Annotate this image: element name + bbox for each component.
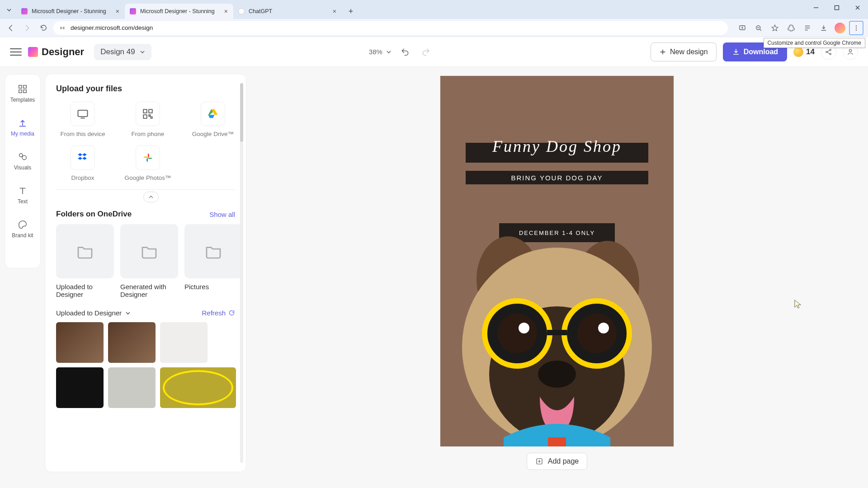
rail-label: Brand kit	[12, 232, 33, 239]
media-thumbnail[interactable]	[108, 367, 156, 408]
add-page-button[interactable]: Add page	[527, 453, 588, 470]
designer-logo[interactable]: Designer	[28, 46, 84, 58]
new-design-button[interactable]: New design	[651, 42, 717, 61]
svg-rect-18	[78, 110, 88, 117]
url-text: designer.microsoft.com/design	[71, 24, 153, 31]
close-icon[interactable]: ×	[115, 8, 120, 15]
show-all-link[interactable]: Show all	[209, 211, 235, 218]
browser-tab[interactable]: Microsoft Designer - Stunning ×	[125, 4, 233, 19]
tabs-dropdown-icon[interactable]	[5, 5, 14, 14]
address-bar[interactable]: designer.microsoft.com/design	[53, 21, 728, 35]
collapse-icon[interactable]	[143, 192, 159, 202]
back-icon[interactable]	[5, 22, 17, 34]
reload-icon[interactable]	[37, 22, 50, 34]
svg-point-8	[826, 51, 827, 52]
folder-item[interactable]	[56, 224, 114, 278]
svg-point-31	[497, 314, 537, 353]
media-thumbnail[interactable]	[108, 322, 156, 363]
refresh-button[interactable]: Refresh	[202, 309, 235, 317]
svg-point-34	[598, 323, 609, 333]
upload-from-phone[interactable]: From phone	[121, 102, 175, 137]
favicon-icon	[129, 8, 137, 15]
undo-icon[interactable]	[398, 45, 412, 59]
new-design-label: New design	[670, 48, 708, 56]
folder-label: Generated with Designer	[120, 283, 178, 298]
svg-point-35	[538, 361, 576, 388]
browser-toolbar: designer.microsoft.com/design	[0, 19, 868, 37]
folder-item[interactable]	[120, 224, 178, 278]
close-icon[interactable]: ×	[223, 8, 229, 15]
scrollbar[interactable]	[240, 83, 243, 463]
install-icon[interactable]	[735, 21, 750, 35]
dog-image[interactable]	[440, 230, 674, 446]
canvas-title[interactable]: Funny Dog Shop	[440, 137, 674, 156]
media-thumbnail[interactable]	[56, 322, 104, 363]
minimize-icon[interactable]	[806, 0, 826, 15]
bookmark-icon[interactable]	[768, 21, 782, 35]
forward-icon[interactable]	[21, 22, 33, 34]
brandkit-icon	[17, 219, 28, 230]
reading-list-icon[interactable]	[800, 21, 815, 35]
folder-item[interactable]	[184, 224, 242, 278]
device-icon	[71, 102, 95, 126]
chrome-menu-icon[interactable]	[849, 21, 863, 35]
design-name-dropdown[interactable]: Design 49	[94, 44, 151, 60]
svg-rect-20	[149, 109, 152, 113]
svg-rect-15	[24, 90, 26, 93]
app-header: Designer Design 49 38% New design Downlo…	[0, 37, 868, 67]
media-thumbnail[interactable]	[160, 367, 236, 408]
extensions-icon[interactable]	[784, 21, 798, 35]
add-page-label: Add page	[548, 457, 579, 465]
svg-rect-14	[19, 90, 22, 93]
chevron-down-icon	[140, 49, 145, 55]
favicon-icon	[238, 8, 245, 15]
uploads-dropdown[interactable]: Uploaded to Designer	[56, 309, 131, 317]
canvas-area[interactable]: Funny Dog Shop BRING YOUR DOG DAY DECEMB…	[246, 67, 868, 488]
rail-text[interactable]: Text	[9, 183, 37, 207]
credits[interactable]: 14	[793, 47, 815, 57]
rail-label: Templates	[10, 97, 35, 103]
media-thumbnail[interactable]	[160, 322, 208, 363]
folders-title: Folders on OneDrive	[56, 210, 132, 219]
plus-icon	[659, 48, 666, 56]
qr-icon	[136, 102, 160, 126]
upload-gphotos[interactable]: Google Photos™	[121, 145, 175, 181]
upload-dropbox[interactable]: Dropbox	[56, 145, 109, 181]
close-icon[interactable]: ×	[332, 8, 337, 15]
site-info-icon[interactable]	[59, 24, 66, 32]
browser-tab[interactable]: ChatGPT ×	[233, 4, 342, 19]
browser-tab[interactable]: Microsoft Designer - Stunning ×	[16, 4, 125, 19]
canvas-subtitle[interactable]: BRING YOUR DOG DAY	[466, 171, 648, 184]
rail-label: Visuals	[14, 164, 31, 171]
download-label: Download	[744, 48, 778, 56]
zoom-icon[interactable]	[751, 21, 766, 35]
svg-point-5	[856, 25, 857, 26]
side-rail: Templates My media Visuals Text Brand ki…	[5, 74, 41, 268]
redo-icon[interactable]	[419, 45, 433, 59]
rail-mymedia[interactable]: My media	[9, 115, 37, 140]
rail-brandkit[interactable]: Brand kit	[9, 216, 37, 241]
downloads-icon[interactable]	[816, 21, 831, 35]
uploads-title: Uploaded to Designer	[56, 309, 122, 317]
upload-gdrive[interactable]: Google Drive™	[186, 102, 240, 137]
media-thumbnail[interactable]	[56, 367, 104, 408]
svg-point-32	[577, 314, 617, 353]
rail-visuals[interactable]: Visuals	[9, 149, 37, 174]
upload-label: Google Photos™	[125, 174, 171, 181]
refresh-label: Refresh	[202, 309, 226, 317]
refresh-icon	[228, 310, 235, 316]
gphotos-icon	[136, 145, 160, 170]
credits-value: 14	[806, 47, 815, 56]
svg-point-33	[519, 323, 529, 333]
menu-icon[interactable]	[10, 46, 22, 58]
profile-avatar[interactable]	[833, 21, 847, 35]
upload-label: From phone	[132, 131, 165, 137]
design-canvas[interactable]: Funny Dog Shop BRING YOUR DOG DAY DECEMB…	[440, 76, 674, 446]
close-window-icon[interactable]	[847, 0, 868, 15]
maximize-icon[interactable]	[826, 0, 847, 15]
new-tab-button[interactable]: +	[344, 5, 357, 18]
upload-from-device[interactable]: From this device	[56, 102, 109, 137]
zoom-control[interactable]: 38%	[369, 48, 392, 56]
rail-label: Text	[18, 198, 28, 205]
rail-templates[interactable]: Templates	[9, 81, 37, 106]
